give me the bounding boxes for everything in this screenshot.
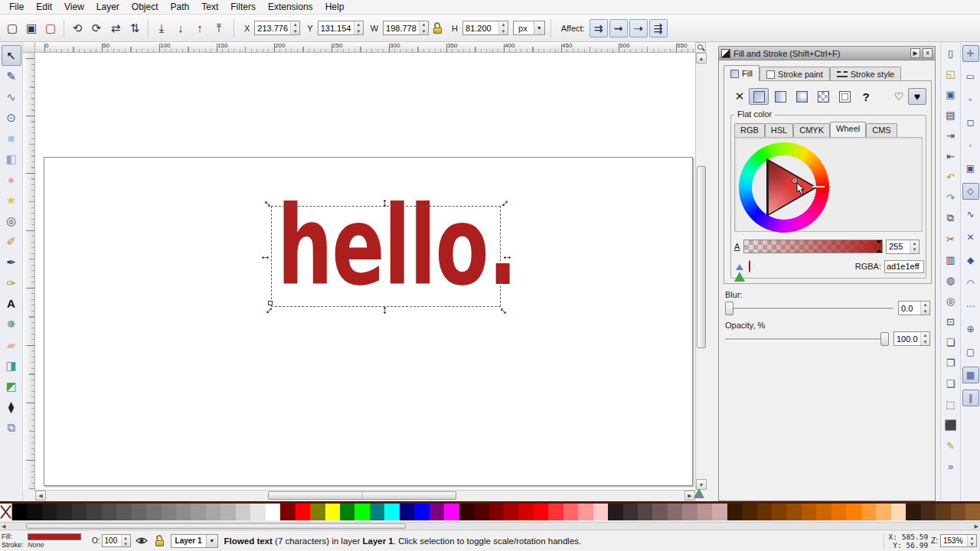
new-document-button[interactable]: ▯ xyxy=(942,44,959,61)
print-document-button[interactable]: ▤ xyxy=(942,106,959,123)
spin-up-icon[interactable]: ▲ xyxy=(921,332,929,339)
raise-to-top-button[interactable]: ⤒ xyxy=(210,19,228,37)
stroke-value[interactable]: None xyxy=(28,541,44,549)
snap-object-centers-toggle[interactable]: ⊕ xyxy=(962,321,979,337)
move-patterns-toggle-button[interactable]: ⇶ xyxy=(649,19,668,37)
palette-swatch[interactable] xyxy=(176,504,191,520)
snap-guides-toggle[interactable]: ∥ xyxy=(962,390,979,406)
palette-swatch[interactable] xyxy=(236,504,250,520)
palette-scroll-right-icon[interactable]: ▶ xyxy=(975,523,978,530)
palette-swatch[interactable] xyxy=(400,504,414,520)
spin-down-icon[interactable]: ▼ xyxy=(291,28,299,35)
color-tab-cmyk[interactable]: CMYK xyxy=(793,123,830,137)
scale-handle-n[interactable]: ↔ xyxy=(381,197,391,208)
eraser-tool[interactable]: ▰ xyxy=(2,334,21,355)
palette-swatch[interactable] xyxy=(742,504,756,520)
menu-extensions[interactable]: Extensions xyxy=(262,0,319,14)
palette-swatch[interactable] xyxy=(354,504,369,520)
palette-swatch[interactable] xyxy=(876,504,890,520)
palette-swatch[interactable] xyxy=(861,504,876,520)
spin-up-icon[interactable]: ▲ xyxy=(910,240,919,247)
palette-swatch[interactable] xyxy=(87,504,101,520)
zoom-to-page-button[interactable]: ⊡ xyxy=(942,313,959,330)
spin-up-icon[interactable]: ▲ xyxy=(968,535,976,541)
redo-button[interactable]: ↷ xyxy=(942,189,959,206)
scroll-up-icon[interactable]: ▲ xyxy=(696,53,707,64)
radial-gradient-button[interactable] xyxy=(792,88,812,105)
palette-swatch[interactable] xyxy=(518,504,533,520)
cms-color-icon[interactable] xyxy=(734,261,746,272)
snap-page-border-toggle[interactable]: ▢ xyxy=(962,344,979,360)
zoom-to-selection-button[interactable]: ◍ xyxy=(942,272,959,289)
horizontal-ruler[interactable]: 050100150200250300350400450500550 xyxy=(35,42,695,53)
selector-tool[interactable]: ↖ xyxy=(2,45,21,66)
color-wheel-area[interactable] xyxy=(734,137,923,232)
pencil-tool[interactable]: ✐ xyxy=(2,231,21,252)
snap-bbox-edges-toggle[interactable]: ▫ xyxy=(962,91,979,108)
undo-button[interactable]: ↶ xyxy=(942,168,959,185)
spin-down-icon[interactable]: ▼ xyxy=(354,28,363,35)
spin-down-icon[interactable]: ▼ xyxy=(921,339,929,346)
opacity-spinbox[interactable]: ▲▼ xyxy=(893,331,930,346)
h-spinbox[interactable]: ▲▼ xyxy=(462,21,508,35)
zoom-to-drawing-button[interactable]: ◎ xyxy=(942,292,959,309)
snap-nodes-toggle[interactable]: ⬦ xyxy=(962,183,979,200)
opacity-slider-thumb[interactable] xyxy=(880,332,889,346)
palette-swatch[interactable] xyxy=(891,504,906,520)
palette-swatch[interactable] xyxy=(652,504,667,520)
text-tool[interactable]: A xyxy=(2,293,21,314)
alpha-spinbox[interactable]: ▲▼ xyxy=(886,240,920,254)
layer-visibility-toggle[interactable] xyxy=(134,534,149,548)
color-tab-wheel[interactable]: Wheel xyxy=(830,122,866,137)
snap-path-intersections-toggle[interactable]: ✕ xyxy=(962,229,979,246)
palette-swatch[interactable] xyxy=(132,504,146,520)
lower-button[interactable]: ↓ xyxy=(172,19,190,37)
calligraphy-tool[interactable]: ✑ xyxy=(2,272,21,293)
scale-corners-toggle-button[interactable]: ⇝ xyxy=(609,19,628,37)
import-bitmap-button[interactable]: ⇥ xyxy=(942,127,959,144)
palette-swatch[interactable] xyxy=(146,504,161,520)
rotate-90-cw-button[interactable]: ⟳ xyxy=(87,19,106,37)
select-all-button[interactable]: ▢ xyxy=(3,19,21,37)
palette-swatch[interactable] xyxy=(370,504,384,520)
palette-swatch[interactable] xyxy=(578,504,593,520)
ellipse-tool[interactable]: ● xyxy=(2,169,21,190)
spin-up-icon[interactable]: ▲ xyxy=(921,302,929,308)
palette-swatch[interactable] xyxy=(414,504,429,520)
fill-rule-nonzero-button[interactable]: ♥ xyxy=(908,88,926,105)
blur-spinbox[interactable]: ▲▼ xyxy=(898,301,930,315)
palette-swatch[interactable] xyxy=(296,504,310,520)
duplicate-button[interactable]: ❏ xyxy=(942,334,959,350)
menu-path[interactable]: Path xyxy=(165,0,196,14)
snap-bbox-corners-toggle[interactable]: ◻ xyxy=(962,114,979,131)
flow-text-resize-handle[interactable] xyxy=(268,301,273,305)
palette-swatch[interactable] xyxy=(504,504,518,520)
connector-tool[interactable]: ⧉ xyxy=(2,417,21,438)
palette-swatch[interactable] xyxy=(682,504,697,520)
spin-up-icon[interactable]: ▲ xyxy=(499,21,508,28)
snap-smooth-nodes-toggle[interactable]: ◠ xyxy=(962,275,979,292)
palette-swatch[interactable] xyxy=(310,504,325,520)
no-paint-button[interactable]: ✕ xyxy=(730,90,749,103)
opacity-slider[interactable] xyxy=(725,332,889,346)
menu-edit[interactable]: Edit xyxy=(30,0,58,14)
palette-scroll-thumb[interactable] xyxy=(26,523,406,529)
gradient-tool[interactable]: ◩ xyxy=(2,376,21,396)
swatch-button[interactable] xyxy=(835,88,854,105)
fill-stroke-dialog-button[interactable]: ✎ xyxy=(942,437,959,454)
palette-swatch[interactable] xyxy=(951,504,965,520)
palette-swatch[interactable] xyxy=(936,504,950,520)
layer-lock-toggle[interactable] xyxy=(152,534,168,548)
dialog-title-bar[interactable]: Fill and Stroke (Shift+Ctrl+F) ▶ ✕ xyxy=(719,47,935,60)
rectangle-tool[interactable]: ■ xyxy=(2,128,21,148)
palette-swatch[interactable] xyxy=(712,504,727,520)
snap-bounding-box-toggle[interactable]: ▭ xyxy=(962,68,979,85)
unknown-paint-button[interactable]: ? xyxy=(856,90,876,103)
saturation-value-triangle[interactable] xyxy=(739,142,829,233)
palette-swatch[interactable] xyxy=(921,504,936,520)
spin-up-icon[interactable]: ▲ xyxy=(122,535,130,541)
dialog-close-button[interactable]: ✕ xyxy=(923,48,933,58)
paste-button[interactable]: ▥ xyxy=(942,251,959,268)
palette-swatch[interactable] xyxy=(787,504,802,520)
palette-swatch[interactable] xyxy=(831,504,846,520)
